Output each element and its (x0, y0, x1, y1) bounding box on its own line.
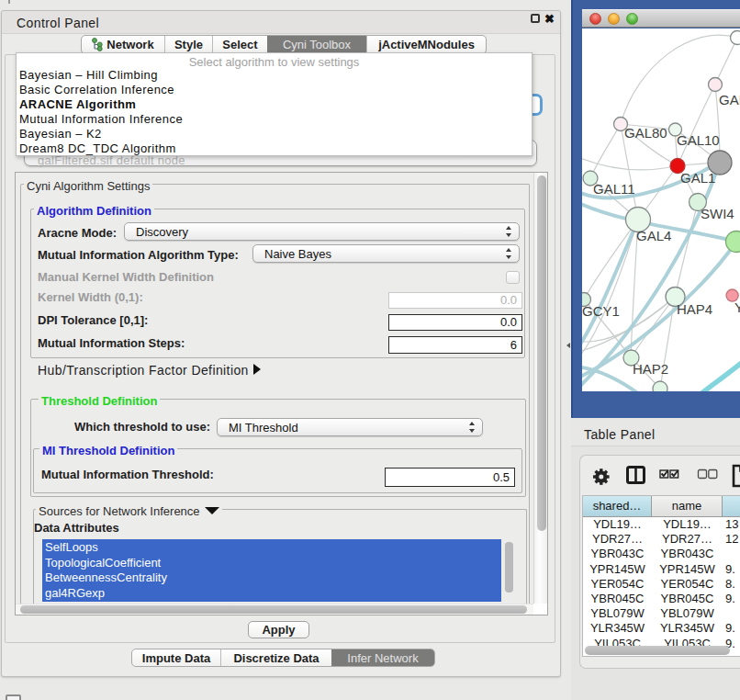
svg-text:GAL80: GAL80 (624, 125, 667, 141)
svg-text:YJ: YJ (734, 299, 740, 315)
svg-text:GAL1: GAL1 (680, 170, 715, 186)
svg-text:GAL11: GAL11 (593, 181, 635, 197)
svg-text:GAL10: GAL10 (677, 132, 720, 148)
svg-text:HAP2: HAP2 (633, 361, 668, 377)
svg-text:HAP4: HAP4 (677, 301, 712, 317)
svg-text:GAL7: GAL7 (719, 92, 740, 107)
svg-text:GAL4: GAL4 (636, 228, 671, 243)
svg-text:GCY1: GCY1 (582, 303, 620, 319)
svg-text:SWI4: SWI4 (701, 206, 734, 221)
